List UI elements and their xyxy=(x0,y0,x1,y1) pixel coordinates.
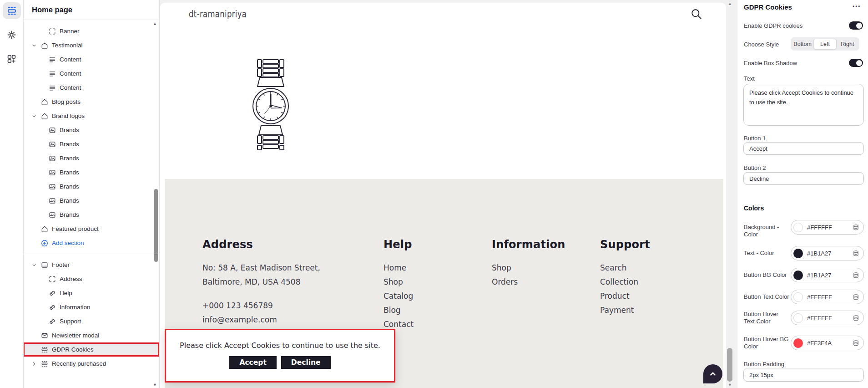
scroll-down-icon[interactable]: ▼ xyxy=(728,383,732,387)
section-icon xyxy=(41,360,48,368)
decline-cookies-button[interactable]: Decline xyxy=(281,356,331,369)
preview-scrollbar[interactable]: ▲ ▼ xyxy=(726,0,736,388)
chevron-down-icon[interactable] xyxy=(31,262,37,268)
footer-email[interactable]: info@example.com xyxy=(202,313,320,327)
tree-item-featured-product[interactable]: Featured product xyxy=(23,222,159,236)
tree-item-brands[interactable]: Brands xyxy=(23,123,159,137)
footer-link[interactable]: Search xyxy=(600,261,650,275)
rail-settings-button[interactable] xyxy=(3,26,21,43)
add-section-button[interactable]: Add section xyxy=(23,236,159,250)
more-menu-icon[interactable]: ⋯ xyxy=(852,1,861,11)
button1-input[interactable] xyxy=(743,142,864,155)
tree-item-brand-logos[interactable]: Brand logos xyxy=(23,109,159,123)
image-icon xyxy=(49,155,56,162)
color-swatch xyxy=(793,313,803,323)
footer-link[interactable]: Shop xyxy=(492,261,565,275)
footer-link[interactable]: Blog xyxy=(384,303,414,317)
search-icon[interactable] xyxy=(691,8,702,20)
swatch-stack-icon xyxy=(853,250,859,257)
text-lines-icon xyxy=(49,70,56,77)
tree-item-brands[interactable]: Brands xyxy=(23,179,159,194)
footer-heading: Help xyxy=(384,238,414,251)
sections-sidebar: Home page ▲ ▼ Banner Testimonial Content… xyxy=(23,0,160,388)
enable-gdpr-toggle[interactable] xyxy=(849,21,863,30)
button-hover-bg-color-label: Button Hover BG Color xyxy=(744,336,789,350)
color-value: #1B1A27 xyxy=(807,272,853,279)
tree-item-gdpr-cookies[interactable]: GDPR Cookies xyxy=(23,342,159,357)
tree-item-content[interactable]: Content xyxy=(23,52,159,66)
button-bg-color-picker[interactable]: #1B1A27 xyxy=(791,268,864,282)
chevron-down-icon[interactable] xyxy=(31,43,37,48)
footer-phone[interactable]: +000 123 456789 xyxy=(202,299,320,313)
image-icon xyxy=(49,169,56,176)
color-swatch xyxy=(793,249,803,258)
store-logo[interactable]: dt-ramanipriya xyxy=(189,9,247,20)
style-option-left[interactable]: Left xyxy=(813,39,836,50)
link-icon xyxy=(49,304,56,311)
footer-link[interactable]: Home xyxy=(384,261,414,275)
button2-input[interactable] xyxy=(743,172,864,185)
tree-item-content[interactable]: Content xyxy=(23,81,159,95)
tree-item-blog-posts[interactable]: Blog posts xyxy=(23,95,159,109)
footer-col-information: Information Shop Orders xyxy=(492,238,565,289)
footer-link[interactable]: Orders xyxy=(492,275,565,289)
tree-item-support[interactable]: Support xyxy=(23,314,159,328)
footer-link[interactable]: Product xyxy=(600,289,650,303)
footer-link[interactable]: Catalog xyxy=(384,289,414,303)
scroll-down-icon[interactable]: ▼ xyxy=(153,383,157,387)
tree-item-brands[interactable]: Brands xyxy=(23,194,159,208)
text-color-picker[interactable]: #1B1A27 xyxy=(791,246,864,260)
scroll-to-top-button[interactable] xyxy=(703,364,722,383)
box-shadow-label: Enable Box Shadow xyxy=(744,60,797,67)
bg-color-picker[interactable]: #FFFFFF xyxy=(791,220,864,235)
apps-blocks-icon xyxy=(7,54,16,64)
text-field-label: Text xyxy=(744,75,755,82)
cookie-text-input[interactable] xyxy=(743,84,864,126)
tree-item-recently-purchased[interactable]: Recently purchased xyxy=(23,357,159,371)
tree-item-testimonial[interactable]: Testimonial xyxy=(23,38,159,52)
style-option-right[interactable]: Right xyxy=(837,39,858,49)
style-option-bottom[interactable]: Bottom xyxy=(792,39,813,49)
divider xyxy=(23,254,159,254)
button-padding-input[interactable] xyxy=(743,368,864,382)
footer-link[interactable]: Shop xyxy=(384,275,414,289)
text-lines-icon xyxy=(49,84,56,92)
tree-item-brands[interactable]: Brands xyxy=(23,137,159,151)
chevron-right-icon[interactable] xyxy=(31,361,37,367)
tree-item-content[interactable]: Content xyxy=(23,66,159,81)
tree-item-banner[interactable]: Banner xyxy=(23,24,159,38)
cookie-banner-text: Please click Accept Cookies to continue … xyxy=(180,341,380,350)
tree-item-address[interactable]: Address xyxy=(23,272,159,286)
rail-apps-button[interactable] xyxy=(3,51,21,67)
address-line: No: 58 A, East Madison Street, xyxy=(202,261,320,275)
home-icon xyxy=(41,42,48,49)
footer-icon xyxy=(41,261,48,269)
home-icon xyxy=(41,112,48,120)
footer-link[interactable]: Payment xyxy=(600,303,650,317)
footer-heading: Address xyxy=(202,238,320,251)
tree-item-help[interactable]: Help xyxy=(23,286,159,300)
preview-scrollbar-thumb[interactable] xyxy=(727,348,732,382)
button-hover-bg-color-picker[interactable]: #FF3F4A xyxy=(791,336,864,350)
accept-cookies-button[interactable]: Accept xyxy=(229,356,276,369)
box-shadow-toggle[interactable] xyxy=(849,59,863,67)
button-hover-text-color-picker[interactable]: #FFFFFF xyxy=(791,311,864,325)
tree-item-brands[interactable]: Brands xyxy=(23,151,159,165)
page-title: Home page xyxy=(23,0,159,20)
color-value: #FFFFFF xyxy=(807,294,853,301)
image-icon xyxy=(49,211,56,219)
swatch-stack-icon xyxy=(853,340,859,347)
chevron-down-icon[interactable] xyxy=(31,113,37,119)
tree-item-footer[interactable]: Footer xyxy=(23,258,159,272)
footer-heading: Support xyxy=(600,238,650,251)
tree-item-information[interactable]: Information xyxy=(23,300,159,314)
footer-col-support: Support Search Collection Product Paymen… xyxy=(600,238,650,317)
tree-item-brands[interactable]: Brands xyxy=(23,208,159,222)
tree-item-brands[interactable]: Brands xyxy=(23,165,159,179)
rail-sections-button[interactable] xyxy=(3,2,21,19)
scroll-up-icon[interactable]: ▲ xyxy=(728,2,732,6)
tree-item-newsletter-modal[interactable]: Newsletter modal xyxy=(23,328,159,342)
footer-link[interactable]: Collection xyxy=(600,275,650,289)
style-segmented-control: Bottom Left Right xyxy=(791,37,859,51)
button-text-color-picker[interactable]: #FFFFFF xyxy=(791,290,864,304)
